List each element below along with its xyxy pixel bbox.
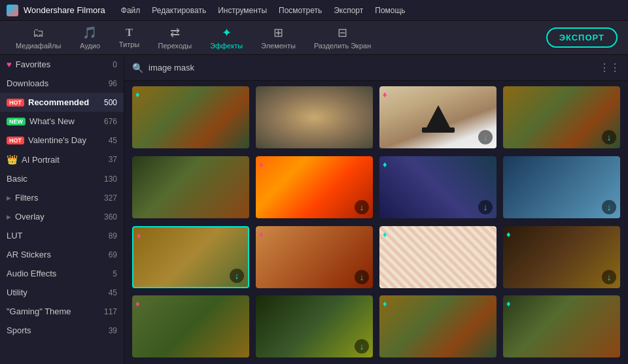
thumb-thermal: ♦ ↓ — [256, 156, 373, 218]
audio-icon: 🎵 — [82, 25, 97, 40]
thumb-flood-damaged — [132, 156, 249, 218]
search-input[interactable] — [148, 63, 594, 73]
download-icon-12: ↓ — [602, 270, 616, 284]
hot-badge: HOT — [7, 99, 24, 107]
grid-item-aegean[interactable]: ↓ Aegean — [503, 156, 620, 220]
fav-icon-3: ♦ — [383, 90, 387, 99]
sidebar-item-sports[interactable]: Sports 39 — [0, 321, 124, 340]
sidebar-item-valentines[interactable]: HOT Valentine's Day 45 — [0, 131, 124, 150]
toolbar-effects[interactable]: ✦ Эффекты — [201, 22, 252, 54]
toolbar-audio[interactable]: 🎵 Аудио — [70, 22, 109, 54]
menu-export[interactable]: Экспорт — [328, 3, 368, 18]
grid-item-flood-damaged[interactable]: Flood Damaged Film — [132, 156, 249, 220]
sidebar-filters-label: Filters — [15, 193, 100, 203]
sidebar-utility-label: Utility — [7, 288, 105, 297]
hat-triangle — [425, 105, 451, 130]
hat-brim — [422, 127, 455, 133]
download-icon-14: ↓ — [355, 339, 369, 354]
download-icon-6: ↓ — [355, 200, 369, 214]
menu-file[interactable]: Файл — [116, 3, 146, 18]
grid-item-13[interactable]: ♦ — [132, 295, 249, 359]
toolbar: 🗂 Медиафайлы 🎵 Аудио T Титры ⇄ Переходы … — [0, 21, 628, 55]
sidebar-item-overlay[interactable]: ▶ Overlay 360 — [0, 207, 124, 226]
grid-label-15 — [379, 357, 497, 359]
thumb-13: ♦ — [132, 295, 249, 357]
toolbar-transitions-label: Переходы — [158, 42, 192, 50]
grid-item-thermal[interactable]: ♦ ↓ ThermalVision — [256, 156, 373, 220]
transitions-icon: ⇄ — [170, 25, 180, 40]
toolbar-media-label: Медиафайлы — [16, 42, 61, 50]
app-name: Wondershare Filmora — [24, 5, 105, 15]
crown-icon: 👑 — [7, 154, 18, 165]
elements-icon: ⊞ — [273, 25, 283, 40]
grid-item-moodswing[interactable]: ♦ ↓ MoodSwing — [503, 226, 620, 290]
sidebar-favorites-label: Favorites — [16, 59, 109, 69]
download-icon-10: ↓ — [355, 270, 369, 284]
grid-label-thermal: ThermalVision — [256, 218, 373, 220]
sidebar-filters-count: 327 — [104, 193, 117, 203]
more-options-icon[interactable]: ⋮⋮ — [599, 61, 620, 74]
sidebar-item-basic[interactable]: Basic 130 — [0, 169, 124, 188]
thumb-aegean: ↓ — [503, 156, 620, 218]
sidebar-item-downloads[interactable]: Downloads 96 — [0, 74, 124, 93]
fav-icon-11: ♦ — [383, 229, 387, 239]
toolbar-titles-label: Титры — [119, 41, 139, 48]
sidebar-gaming-count: 117 — [104, 307, 117, 316]
sidebar-item-gaming[interactable]: "Gaming" Theme 117 — [0, 302, 124, 321]
grid-item-geometric[interactable]: ♦ ↓ Geometric_Polygon_2 — [379, 156, 497, 220]
thumb-16: ♦ — [503, 295, 620, 357]
toolbar-elements[interactable]: ⊞ Элементы — [252, 22, 305, 54]
sidebar-item-audio-effects[interactable]: Audio Effects 5 — [0, 264, 124, 283]
sidebar-gaming-label: "Gaming" Theme — [7, 306, 100, 316]
menu-help[interactable]: Помощь — [370, 3, 410, 18]
export-button[interactable]: ЭКСПОРТ — [546, 27, 618, 48]
grid-item-shape-mask[interactable]: Shape Mask — [256, 86, 373, 150]
fav-icon-16: ♦ — [506, 299, 511, 308]
download-icon-7: ↓ — [478, 200, 493, 214]
download-icon-9: ↓ — [230, 269, 244, 283]
main-area: ♥ Favorites 0 Downloads 96 HOT Recommend… — [0, 55, 628, 364]
sidebar-recommended-label: Recommended — [28, 97, 100, 107]
grid-item-15[interactable]: ♦ — [379, 295, 497, 359]
sidebar-valentines-label: Valentine's Day — [28, 135, 105, 145]
grid-item-magehat[interactable]: ♦ ↓ MageHat — [379, 86, 497, 150]
toolbar-media[interactable]: 🗂 Медиафайлы — [7, 22, 70, 54]
thumb-15: ♦ — [379, 295, 497, 357]
sidebar-collapse-handle[interactable]: ◀ — [124, 200, 124, 220]
menu-bar: Файл Редактировать Инструменты Посмотрет… — [116, 3, 411, 18]
thumb-profile-movie: ♦ ↓ — [132, 226, 249, 288]
grid-label-aegean: Aegean — [503, 218, 620, 220]
grid-item-image-mask[interactable]: ♦ Image Mask — [132, 86, 249, 150]
sidebar-downloads-label: Downloads — [7, 78, 105, 88]
grid-label-profile-movie: Profile Movie Pack Overl... — [132, 288, 249, 290]
sidebar-ar-label: AR Stickers — [7, 250, 105, 259]
thumb-shape-mask — [256, 86, 373, 148]
download-icon-4: ↓ — [602, 130, 616, 144]
sidebar-item-lut[interactable]: LUT 89 — [0, 226, 124, 245]
toolbar-transitions[interactable]: ⇄ Переходы — [148, 22, 201, 54]
grid-item-contemporary[interactable]: ♦ ↓ Contemporary Pack Fas... — [256, 226, 373, 290]
grid-item-16[interactable]: ♦ — [503, 295, 620, 359]
sidebar-item-recommended[interactable]: HOT Recommended 500 — [0, 93, 124, 112]
sidebar-item-filters[interactable]: ▶ Filters 327 — [0, 188, 124, 207]
sidebar-basic-count: 130 — [104, 174, 117, 184]
grid-item-14[interactable]: ↓ — [256, 295, 373, 359]
menu-view[interactable]: Посмотреть — [273, 3, 327, 18]
effects-icon: ✦ — [222, 25, 232, 40]
grid-item-water-damaged[interactable]: ↓ Water Damaged Film — [503, 86, 620, 150]
sidebar-item-whats-new[interactable]: NEW What's New 676 — [0, 112, 124, 131]
thumb-japanese: ♦ — [379, 226, 497, 288]
app-icon — [7, 5, 18, 16]
fav-icon-15: ♦ — [383, 299, 387, 308]
sidebar-item-utility[interactable]: Utility 45 — [0, 283, 124, 302]
sidebar-item-favorites[interactable]: ♥ Favorites 0 — [0, 55, 124, 74]
sidebar-item-ar-stickers[interactable]: AR Stickers 69 — [0, 245, 124, 264]
toolbar-effects-label: Эффекты — [210, 42, 243, 50]
menu-tools[interactable]: Инструменты — [213, 3, 272, 18]
toolbar-titles[interactable]: T Титры — [109, 23, 148, 52]
grid-item-japanese[interactable]: ♦ Japanese_Travel_Traditi... — [379, 226, 497, 290]
grid-item-profile-movie[interactable]: ♦ ↓ Profile Movie Pack Overl... — [132, 226, 249, 290]
sidebar-item-ai-portrait[interactable]: 👑 AI Portrait 37 — [0, 150, 124, 169]
menu-edit[interactable]: Редактировать — [147, 3, 211, 18]
toolbar-split[interactable]: ⊟ Разделить Экран — [305, 22, 380, 54]
